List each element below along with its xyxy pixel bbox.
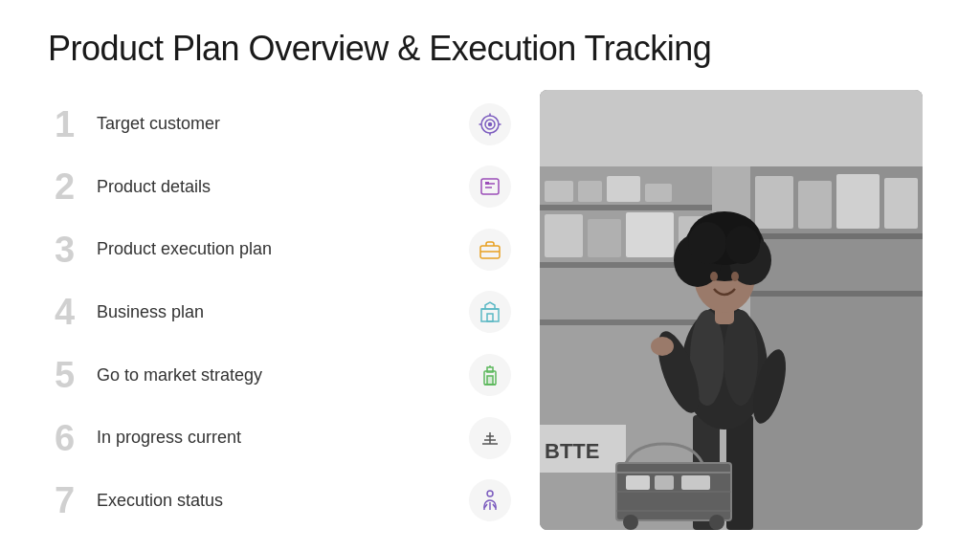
svg-rect-43 bbox=[588, 219, 621, 257]
content-area: 1 Target customer 2 Product details bbox=[48, 88, 932, 532]
list-item-2: 2 Product details bbox=[48, 162, 511, 211]
left-panel: 1 Target customer 2 Product details bbox=[48, 88, 511, 532]
item-number-6: 6 bbox=[48, 420, 81, 456]
page-title: Product Plan Overview & Execution Tracki… bbox=[48, 29, 932, 69]
svg-rect-78 bbox=[681, 475, 710, 490]
svg-rect-44 bbox=[626, 212, 674, 257]
person-icon bbox=[469, 479, 511, 521]
svg-rect-40 bbox=[607, 176, 640, 202]
svg-rect-39 bbox=[578, 181, 602, 202]
list-item-6: 6 In progress current bbox=[48, 413, 511, 463]
building-icon bbox=[469, 291, 511, 333]
svg-rect-77 bbox=[655, 475, 674, 490]
svg-point-65 bbox=[688, 222, 726, 264]
item-label-6: In progress current bbox=[97, 428, 454, 448]
svg-point-69 bbox=[651, 337, 674, 356]
svg-point-74 bbox=[623, 515, 638, 530]
svg-point-25 bbox=[487, 491, 493, 496]
svg-rect-38 bbox=[545, 181, 573, 202]
ground-icon bbox=[469, 417, 511, 459]
svg-point-75 bbox=[709, 515, 724, 530]
item-number-5: 5 bbox=[48, 357, 81, 393]
target-icon bbox=[469, 103, 511, 145]
list-item-3: 3 Product execution plan bbox=[48, 225, 511, 275]
svg-rect-17 bbox=[487, 367, 493, 372]
list-item-5: 5 Go to market strategy bbox=[48, 350, 511, 400]
svg-rect-50 bbox=[836, 174, 880, 229]
item-label-5: Go to market strategy bbox=[97, 365, 454, 386]
list-item-1: 1 Target customer bbox=[48, 99, 511, 149]
svg-text:BTTE: BTTE bbox=[545, 439, 599, 463]
svg-rect-13 bbox=[481, 309, 499, 321]
item-number-7: 7 bbox=[48, 482, 81, 518]
svg-rect-49 bbox=[798, 181, 832, 229]
svg-rect-10 bbox=[485, 182, 489, 185]
svg-point-67 bbox=[710, 272, 718, 281]
item-number-2: 2 bbox=[48, 168, 81, 205]
svg-rect-48 bbox=[755, 176, 793, 229]
tower-icon bbox=[469, 354, 511, 396]
svg-rect-42 bbox=[545, 214, 583, 257]
svg-rect-76 bbox=[626, 475, 650, 490]
list-item-7: 7 Execution status bbox=[48, 475, 511, 525]
briefcase-icon bbox=[469, 229, 511, 271]
svg-rect-36 bbox=[750, 233, 923, 239]
svg-rect-15 bbox=[487, 314, 493, 321]
item-label-2: Product details bbox=[97, 177, 454, 197]
product-image: BTTE bbox=[540, 90, 923, 530]
svg-point-2 bbox=[489, 122, 492, 125]
svg-rect-33 bbox=[540, 205, 712, 210]
right-panel: BTTE bbox=[530, 88, 932, 532]
svg-rect-7 bbox=[481, 179, 499, 194]
item-number-1: 1 bbox=[48, 106, 81, 143]
svg-rect-37 bbox=[750, 291, 923, 297]
svg-point-68 bbox=[731, 272, 739, 281]
svg-rect-41 bbox=[645, 184, 672, 202]
svg-rect-30 bbox=[540, 90, 923, 166]
svg-rect-51 bbox=[884, 178, 918, 229]
item-label-1: Target customer bbox=[97, 114, 454, 134]
page: Product Plan Overview & Execution Tracki… bbox=[0, 0, 980, 551]
item-label-3: Product execution plan bbox=[97, 239, 454, 259]
svg-point-66 bbox=[725, 226, 760, 264]
item-label-4: Business plan bbox=[97, 302, 454, 322]
svg-rect-20 bbox=[487, 376, 493, 385]
item-label-7: Execution status bbox=[97, 491, 454, 511]
list-icon bbox=[469, 165, 511, 208]
item-number-4: 4 bbox=[48, 294, 81, 330]
list-item-4: 4 Business plan bbox=[48, 287, 511, 337]
svg-rect-35 bbox=[540, 320, 712, 325]
item-number-3: 3 bbox=[48, 231, 81, 268]
